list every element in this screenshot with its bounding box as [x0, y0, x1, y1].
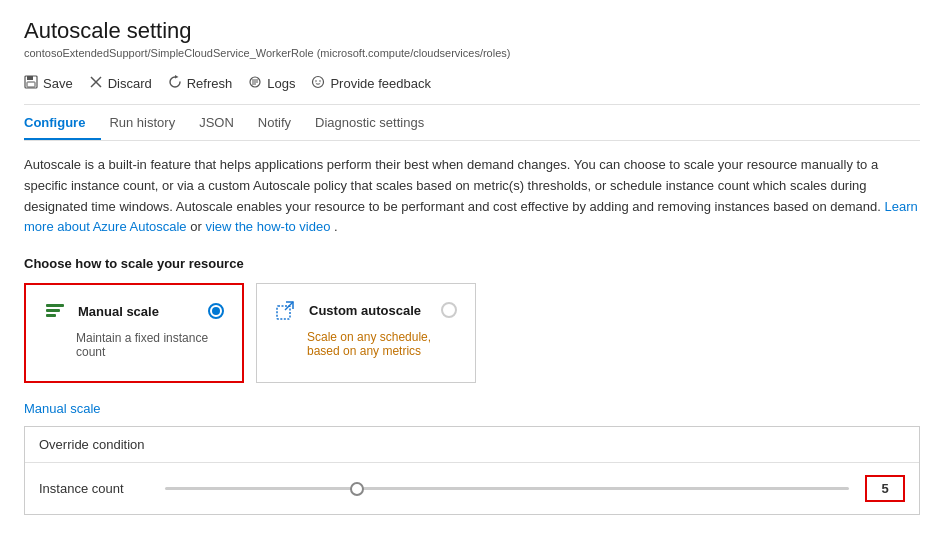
manual-scale-card[interactable]: Manual scale Maintain a fixed instance c…: [24, 283, 244, 383]
svg-rect-13: [46, 309, 60, 312]
feedback-label: Provide feedback: [330, 76, 430, 91]
toolbar: Save Discard Refresh: [24, 71, 920, 105]
manual-scale-desc: Maintain a fixed instance count: [76, 331, 224, 359]
tab-notify[interactable]: Notify: [258, 105, 307, 140]
logs-label: Logs: [267, 76, 295, 91]
feedback-button[interactable]: Provide feedback: [311, 71, 442, 96]
custom-autoscale-card[interactable]: Custom autoscale Scale on any schedule, …: [256, 283, 476, 383]
manual-scale-icon: [44, 299, 68, 323]
save-icon: [24, 75, 38, 92]
discard-icon: [89, 75, 103, 92]
instance-slider-container: [165, 479, 849, 499]
instance-count-label: Instance count: [39, 481, 149, 496]
condition-box: Override condition Instance count 5: [24, 426, 920, 515]
refresh-icon: [168, 75, 182, 92]
discard-button[interactable]: Discard: [89, 71, 164, 96]
description-text: Autoscale is a built-in feature that hel…: [24, 155, 920, 238]
description-main: Autoscale is a built-in feature that hel…: [24, 157, 884, 214]
manual-scale-title: Manual scale: [78, 304, 159, 319]
tab-configure[interactable]: Configure: [24, 105, 101, 140]
logs-button[interactable]: Logs: [248, 71, 307, 96]
svg-rect-1: [27, 76, 33, 80]
save-label: Save: [43, 76, 73, 91]
custom-autoscale-desc: Scale on any schedule, based on any metr…: [307, 330, 457, 358]
save-button[interactable]: Save: [24, 71, 85, 96]
refresh-label: Refresh: [187, 76, 233, 91]
instance-row: Instance count 5: [25, 463, 919, 514]
condition-header: Override condition: [25, 427, 919, 463]
tab-run-history[interactable]: Run history: [109, 105, 191, 140]
manual-scale-radio[interactable]: [208, 303, 224, 319]
description-period: .: [334, 219, 338, 234]
scale-options: Manual scale Maintain a fixed instance c…: [24, 283, 920, 383]
svg-point-11: [320, 80, 322, 82]
tab-diagnostic-settings[interactable]: Diagnostic settings: [315, 105, 440, 140]
instance-count-value[interactable]: 5: [865, 475, 905, 502]
tab-json[interactable]: JSON: [199, 105, 250, 140]
svg-rect-2: [27, 82, 35, 87]
how-to-video-link[interactable]: view the how-to video: [205, 219, 330, 234]
breadcrumb: contosoExtendedSupport/SimpleCloudServic…: [24, 47, 920, 59]
scale-section-heading: Choose how to scale your resource: [24, 256, 920, 271]
page-title: Autoscale setting: [24, 18, 920, 44]
slider-track: [165, 487, 849, 490]
manual-scale-section-label: Manual scale: [24, 401, 920, 416]
feedback-icon: [311, 75, 325, 92]
svg-point-9: [313, 77, 324, 88]
tab-bar: Configure Run history JSON Notify Diagno…: [24, 105, 920, 141]
svg-point-10: [316, 80, 318, 82]
refresh-button[interactable]: Refresh: [168, 71, 245, 96]
custom-autoscale-title: Custom autoscale: [309, 303, 421, 318]
custom-autoscale-icon: [275, 298, 299, 322]
slider-thumb[interactable]: [350, 482, 364, 496]
custom-autoscale-radio[interactable]: [441, 302, 457, 318]
description-or: or: [190, 219, 205, 234]
svg-rect-12: [46, 304, 64, 307]
logs-icon: [248, 75, 262, 92]
svg-rect-14: [46, 314, 56, 317]
discard-label: Discard: [108, 76, 152, 91]
